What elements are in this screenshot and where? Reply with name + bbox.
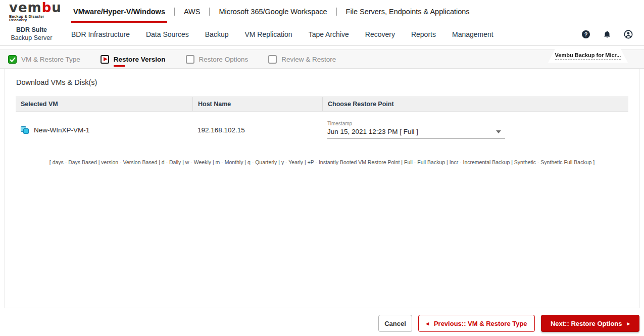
divider: [209, 8, 210, 16]
user-account-icon[interactable]: [624, 30, 633, 39]
step-pending-checkbox-icon: [186, 55, 194, 64]
nav-tape-archive[interactable]: Tape Archive: [309, 30, 349, 38]
product-name: BDR Suite: [0, 26, 63, 34]
step-restore-options[interactable]: Restore Options: [186, 55, 249, 64]
wizard-steps-bar: VM & Restore Type Restore Version Restor…: [0, 50, 644, 69]
table-header-row: Selected VM Host Name Choose Restore Poi…: [16, 97, 628, 112]
timestamp-dropdown-value: Jun 15, 2021 12:23 PM [ Full ]: [327, 128, 418, 135]
column-header-host-name: Host Name: [192, 97, 322, 111]
vembu-logo[interactable]: vembu Backup & Disaster Recovery: [0, 1, 63, 22]
column-header-choose-restore-point: Choose Restore Point: [322, 97, 628, 111]
main-nav-bar: BDR Suite Backup Server BDR Infrastructu…: [0, 23, 644, 46]
vm-name: New-WInXP-VM-1: [34, 126, 89, 134]
vembu-logo-word: vembu: [9, 1, 63, 14]
host-name-cell: 192.168.102.15: [192, 126, 322, 134]
restore-point-legend: [ days - Days Based | version - Version …: [5, 159, 639, 165]
nav-backup[interactable]: Backup: [205, 30, 229, 38]
step-current-play-icon: [101, 55, 109, 64]
timestamp-dropdown[interactable]: Timestamp Jun 15, 2021 12:23 PM [ Full ]: [327, 121, 505, 139]
cancel-button[interactable]: Cancel: [378, 315, 412, 332]
top-nav-m365-google[interactable]: Microsoft 365/Google Workspace: [217, 0, 329, 23]
step-review-restore[interactable]: Review & Restore: [268, 55, 336, 64]
step-done-checkbox-icon: [8, 55, 17, 64]
restore-point-cell: Timestamp Jun 15, 2021 12:23 PM [ Full ]: [322, 121, 628, 139]
restore-point-table: Selected VM Host Name Choose Restore Poi…: [16, 97, 628, 148]
top-nav-file-servers[interactable]: File Servers, Endpoints & Applications: [344, 0, 472, 23]
column-header-selected-vm: Selected VM: [16, 97, 192, 111]
table-row: New-WInXP-VM-1 192.168.102.15 Timestamp …: [16, 112, 628, 148]
nav-data-sources[interactable]: Data Sources: [146, 30, 189, 38]
left-arrow-icon: ◂: [426, 321, 429, 326]
previous-button[interactable]: ◂ Previous:: VM & Restore Type: [418, 315, 535, 332]
nav-recovery[interactable]: Recovery: [365, 30, 395, 38]
top-bar: vembu Backup & Disaster Recovery VMware/…: [0, 0, 644, 23]
vembu-logo-tagline: Backup & Disaster Recovery: [9, 15, 63, 22]
nav-bdr-infrastructure[interactable]: BDR Infrastructure: [71, 30, 130, 38]
chevron-down-icon: [496, 130, 501, 133]
step-restore-version[interactable]: Restore Version: [101, 55, 166, 64]
nav-management[interactable]: Management: [452, 30, 493, 38]
next-button[interactable]: Next:: Restore Options ▸: [541, 315, 639, 332]
page-title: Download VMs & Disk(s): [5, 69, 639, 86]
top-nav-aws[interactable]: AWS: [182, 0, 203, 23]
divider: [174, 8, 175, 16]
nav-vm-replication[interactable]: VM Replication: [244, 30, 292, 38]
step-pending-checkbox-icon: [268, 55, 277, 64]
step-vm-restore-type[interactable]: VM & Restore Type: [8, 55, 80, 64]
main-nav: BDR Infrastructure Data Sources Backup V…: [71, 30, 493, 38]
right-arrow-icon: ▸: [627, 321, 630, 326]
vm-icon: [21, 126, 29, 134]
utility-icons: ?: [581, 30, 633, 39]
selected-vm-cell: New-WInXP-VM-1: [16, 126, 192, 134]
product-subtitle: Backup Server: [0, 34, 63, 42]
divider: [336, 8, 337, 16]
top-nav-vmware-hyperv-windows[interactable]: VMware/Hyper-V/Windows: [71, 0, 167, 23]
help-icon[interactable]: ?: [581, 30, 590, 39]
nav-reports[interactable]: Reports: [411, 30, 436, 38]
top-nav: VMware/Hyper-V/Windows AWS Microsoft 365…: [71, 0, 472, 23]
timestamp-dropdown-label: Timestamp: [327, 121, 505, 126]
notifications-bell-icon[interactable]: [603, 30, 612, 39]
context-tab-vembu-backup[interactable]: Vembu Backup for Micr...: [548, 49, 628, 63]
product-label: BDR Suite Backup Server: [0, 26, 63, 42]
wizard-footer: Cancel ◂ Previous:: VM & Restore Type Ne…: [0, 315, 644, 332]
content-panel: Download VMs & Disk(s) Selected VM Host …: [4, 69, 640, 308]
